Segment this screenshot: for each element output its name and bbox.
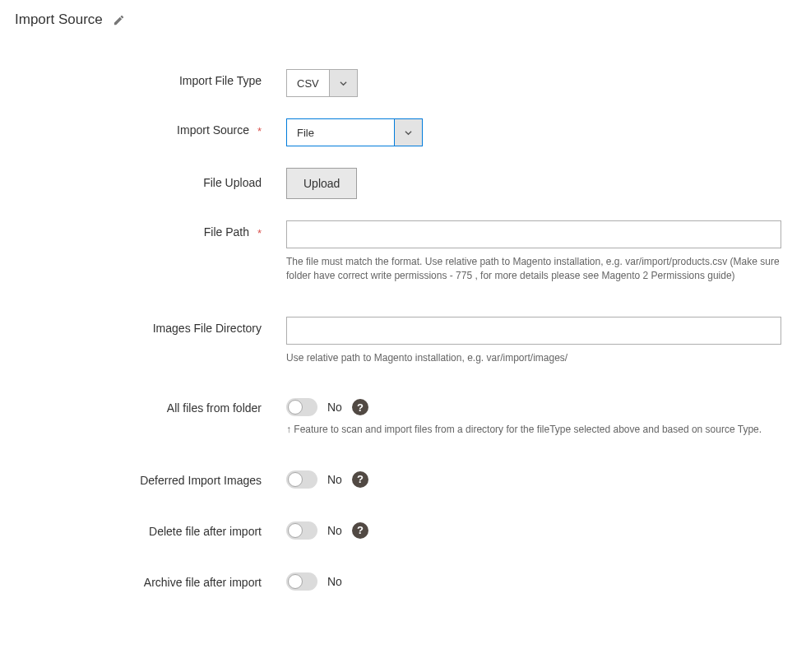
select-value-import-file-type: CSV <box>287 70 329 96</box>
field-all-files: All files from folder No ? ↑ Feature to … <box>15 398 791 437</box>
help-icon[interactable]: ? <box>352 399 368 415</box>
label-delete-after: Delete file after import <box>15 521 286 538</box>
label-all-files: All files from folder <box>15 398 286 415</box>
field-import-source: Import Source * File <box>15 118 791 146</box>
label-text-file-path: File Path <box>204 225 249 239</box>
edit-icon[interactable] <box>113 14 125 26</box>
toggle-state-archive-after: No <box>327 575 342 588</box>
label-images-dir: Images File Directory <box>15 317 286 335</box>
chevron-down-icon <box>329 70 357 96</box>
field-file-upload: File Upload Upload <box>15 168 791 199</box>
note-file-path: The file must match the format. Use rela… <box>286 255 781 284</box>
note-all-files: ↑ Feature to scan and import files from … <box>286 423 781 437</box>
field-archive-after: Archive file after import No <box>15 572 791 591</box>
required-marker: * <box>257 125 262 137</box>
label-file-path: File Path * <box>15 220 286 239</box>
chevron-down-icon <box>394 119 422 146</box>
label-file-upload: File Upload <box>15 168 286 189</box>
help-icon[interactable]: ? <box>352 522 368 539</box>
toggle-all-files[interactable] <box>286 398 317 416</box>
field-images-dir: Images File Directory Use relative path … <box>15 317 791 365</box>
label-text-import-source: Import Source <box>177 123 249 137</box>
input-file-path[interactable] <box>286 220 781 248</box>
upload-button[interactable]: Upload <box>286 168 357 199</box>
field-file-path: File Path * The file must match the form… <box>15 220 791 284</box>
toggle-state-deferred-images: No <box>327 473 342 486</box>
toggle-archive-after[interactable] <box>286 572 317 591</box>
label-deferred-images: Deferred Import Images <box>15 470 286 487</box>
input-images-dir[interactable] <box>286 317 781 345</box>
note-images-dir: Use relative path to Magento installatio… <box>286 351 781 365</box>
field-deferred-images: Deferred Import Images No ? <box>15 470 791 489</box>
toggle-delete-after[interactable] <box>286 521 317 540</box>
toggle-state-all-files: No <box>327 401 342 414</box>
toggle-deferred-images[interactable] <box>286 470 317 489</box>
select-import-file-type[interactable]: CSV <box>286 69 358 97</box>
label-import-file-type: Import File Type <box>15 69 286 87</box>
select-import-source[interactable]: File <box>286 118 423 146</box>
field-delete-after: Delete file after import No ? <box>15 521 791 540</box>
select-value-import-source: File <box>287 119 394 146</box>
label-import-source: Import Source * <box>15 118 286 137</box>
label-archive-after: Archive file after import <box>15 572 286 589</box>
toggle-state-delete-after: No <box>327 524 342 537</box>
section-title: Import Source <box>15 12 103 28</box>
section-header: Import Source <box>15 8 791 28</box>
field-import-file-type: Import File Type CSV <box>15 69 791 97</box>
help-icon[interactable]: ? <box>352 471 368 488</box>
required-marker: * <box>257 227 262 239</box>
